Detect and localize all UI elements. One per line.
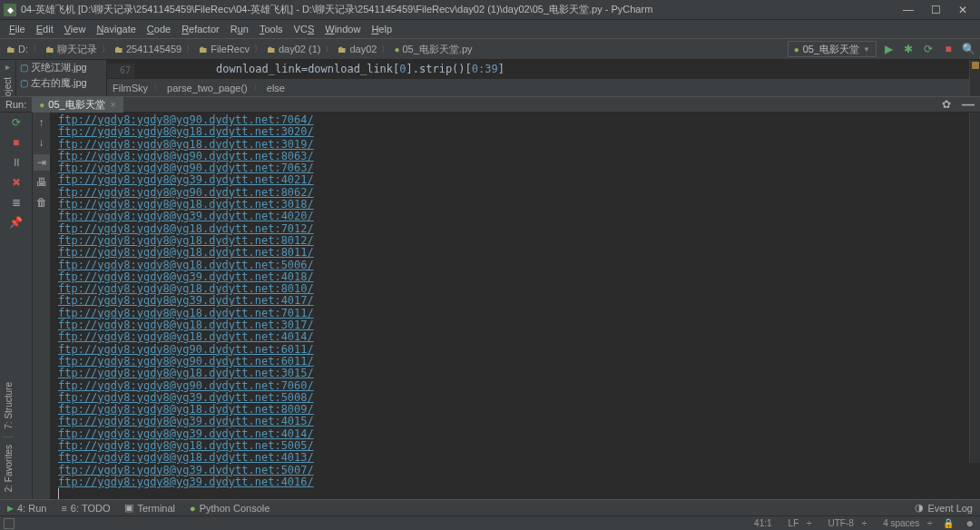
menu-help[interactable]: Help [366,24,397,34]
line-separator[interactable]: LF ÷ [778,518,818,528]
rerun-button[interactable]: ⟳ [8,114,24,131]
menu-vcs[interactable]: VCS [289,24,320,34]
scroll-up-icon[interactable]: ↑ [34,114,50,131]
console-link[interactable]: ftp://ygdy8:ygdy8@yg18.dydytt.net:4013/ [58,452,962,464]
crumb-class[interactable]: FilmSky [107,83,153,93]
crumb-3[interactable]: 🖿day02 (1) [264,44,323,54]
crumb-1[interactable]: 🖿2541145459 [112,44,184,54]
editor-breadcrumb: FilmSky 〉 parse_two_page() 〉 else [107,78,969,96]
file-encoding[interactable]: UTF-8 ÷ [818,518,873,528]
console-link[interactable]: ftp://ygdy8:ygdy8@yg18.dydytt.net:3018/ [58,199,962,211]
editor-marks-gutter[interactable] [969,60,980,463]
menu-window[interactable]: Window [319,24,366,34]
stop-process-button[interactable]: ■ [8,134,24,151]
console-link[interactable]: ftp://ygdy8:ygdy8@yg90.dydytt.net:6011/ [58,356,962,368]
console-link[interactable]: ftp://ygdy8:ygdy8@yg39.dydytt.net:4014/ [58,428,962,440]
tree-item[interactable]: ▢灭绝江湖.jpg [16,60,106,75]
run-tab[interactable]: ● 05_电影天堂 × [32,96,122,113]
console-link[interactable]: ftp://ygdy8:ygdy8@yg18.dydytt.net:4014/ [58,331,962,343]
console-link[interactable]: ftp://ygdy8:ygdy8@yg39.dydytt.net:4021/ [58,174,962,186]
console-link[interactable]: ftp://ygdy8:ygdy8@yg90.dydytt.net:7064/ [58,114,962,126]
readonly-lock-icon[interactable]: 🔒 [937,518,959,528]
menubar: File Edit View Navigate Code Refactor Ru… [0,20,980,38]
console-link[interactable]: ftp://ygdy8:ygdy8@yg90.dydytt.net:8063/ [58,151,962,162]
console-link[interactable]: ftp://ygdy8:ygdy8@yg18.dydytt.net:5005/ [58,440,962,452]
debug-button[interactable]: ✱ [900,41,916,57]
caret-position[interactable]: 41:1 [749,518,777,528]
close-process-button[interactable]: ✖ [8,174,24,191]
crumb-stmt[interactable]: else [261,83,290,93]
console-link[interactable]: ftp://ygdy8:ygdy8@yg39.dydytt.net:4016/ [58,476,962,488]
rerun-nav-button[interactable]: ⟳ [920,41,936,57]
menu-run[interactable]: Run [225,24,254,34]
console-link[interactable]: ftp://ygdy8:ygdy8@yg18.dydytt.net:3017/ [58,319,962,331]
menu-navigate[interactable]: Navigate [91,24,141,34]
console-link[interactable]: ftp://ygdy8:ygdy8@yg90.dydytt.net:8062/ [58,187,962,199]
menu-refactor[interactable]: Refactor [176,24,225,34]
menu-file[interactable]: File [4,24,31,34]
collapse-icon[interactable]: ▸ [5,62,10,72]
menu-edit[interactable]: Edit [31,24,59,34]
menu-view[interactable]: View [59,24,92,34]
project-tree[interactable]: ▢灭绝江湖.jpg ▢左右的魔.jpg [16,60,107,96]
console-link[interactable]: ftp://ygdy8:ygdy8@yg39.dydytt.net:4018/ [58,271,962,283]
clear-all-button[interactable]: 🗑 [34,194,50,211]
crumb-0[interactable]: 🖿聊天记录 [43,43,100,56]
layout-button[interactable]: ≣ [8,194,24,211]
crumb-file[interactable]: ●05_电影天堂.py [391,43,475,56]
console-link[interactable]: ftp://ygdy8:ygdy8@yg18.dydytt.net:3015/ [58,368,962,379]
console-link[interactable]: ftp://ygdy8:ygdy8@yg90.dydytt.net:6011/ [58,344,962,356]
menu-code[interactable]: Code [142,24,176,34]
stop-button[interactable]: ■ [940,41,956,57]
minimize-button[interactable]: ― [895,0,922,20]
console-link[interactable]: ftp://ygdy8:ygdy8@yg18.dydytt.net:8010/ [58,283,962,295]
console-link[interactable]: ftp://ygdy8:ygdy8@yg18.dydytt.net:3019/ [58,139,962,151]
settings-icon[interactable]: ✿ [936,98,956,111]
crumb-drive[interactable]: 🖿D: [4,44,31,54]
pause-button[interactable]: ⏸ [8,154,24,171]
scroll-down-icon[interactable]: ↓ [34,134,50,151]
soft-wrap-button[interactable]: ⇥ [34,154,50,171]
console-link[interactable]: ftp://ygdy8:ygdy8@yg39.dydytt.net:5007/ [58,465,962,476]
bottom-run-tab[interactable]: ▶4: Run [0,503,54,514]
console-link[interactable]: ftp://ygdy8:ygdy8@yg39.dydytt.net:5008/ [58,392,962,404]
structure-panel-tab[interactable]: 7: Structure [4,377,14,435]
indent-status[interactable]: 4 spaces ÷ [872,518,937,528]
favorites-panel-tab[interactable]: 2: Favorites [4,439,14,497]
console-link[interactable]: ftp://ygdy8:ygdy8@yg18.dydytt.net:8009/ [58,404,962,416]
crumb-func[interactable]: parse_two_page() [162,83,253,93]
console-link[interactable]: ftp://ygdy8:ygdy8@yg18.dydytt.net:7011/ [58,308,962,319]
pin-output-button[interactable]: 📌 [8,214,24,231]
maximize-button[interactable]: ☐ [922,0,949,20]
minimize-toolwindow-icon[interactable]: — [956,97,980,112]
close-button[interactable]: ✕ [949,0,976,20]
console-link[interactable]: ftp://ygdy8:ygdy8@yg39.dydytt.net:4015/ [58,416,962,427]
console-link[interactable]: ftp://ygdy8:ygdy8@yg39.dydytt.net:4020/ [58,211,962,222]
menu-tools[interactable]: Tools [254,24,289,34]
crumb-4[interactable]: 🖿day02 [335,44,379,54]
run-button[interactable]: ▶ [880,41,897,57]
run-toolwindow-header: Run: ● 05_电影天堂 × ✿ — [0,96,980,113]
tree-item[interactable]: ▢左右的魔.jpg [16,75,106,91]
console-link[interactable]: ftp://ygdy8:ygdy8@yg18.dydytt.net:7012/ [58,223,962,235]
console-link[interactable]: ftp://ygdy8:ygdy8@yg18.dydytt.net:3020/ [58,126,962,138]
console-link[interactable]: ftp://ygdy8:ygdy8@yg18.dydytt.net:8011/ [58,247,962,259]
print-button[interactable]: 🖶 [34,174,50,191]
warning-mark[interactable] [972,62,979,69]
toolwindows-toggle[interactable] [4,518,15,529]
search-everywhere-button[interactable]: 🔍 [960,41,976,57]
bottom-todo-tab[interactable]: ≡6: TODO [54,503,117,514]
close-run-tab-icon[interactable]: × [111,100,116,110]
bottom-python-console-tab[interactable]: ●Python Console [182,503,277,514]
console-link[interactable]: ftp://ygdy8:ygdy8@yg39.dydytt.net:4017/ [58,295,962,307]
run-config-selector[interactable]: ● 05_电影天堂 ▼ [788,41,877,57]
console-link[interactable]: ftp://ygdy8:ygdy8@yg18.dydytt.net:8012/ [58,235,962,247]
console-output[interactable]: ftp://ygdy8:ygdy8@yg90.dydytt.net:7064/f… [51,113,969,499]
bottom-event-log-tab[interactable]: ◑Event Log [907,502,980,514]
hector-icon[interactable]: ☻ [959,518,980,528]
console-link[interactable]: ftp://ygdy8:ygdy8@yg90.dydytt.net:7063/ [58,162,962,174]
crumb-2[interactable]: 🖿FileRecv [196,44,252,54]
console-link[interactable]: ftp://ygdy8:ygdy8@yg18.dydytt.net:5006/ [58,260,962,271]
bottom-terminal-tab[interactable]: ▣Terminal [117,502,182,514]
console-link[interactable]: ftp://ygdy8:ygdy8@yg90.dydytt.net:7060/ [58,380,962,392]
